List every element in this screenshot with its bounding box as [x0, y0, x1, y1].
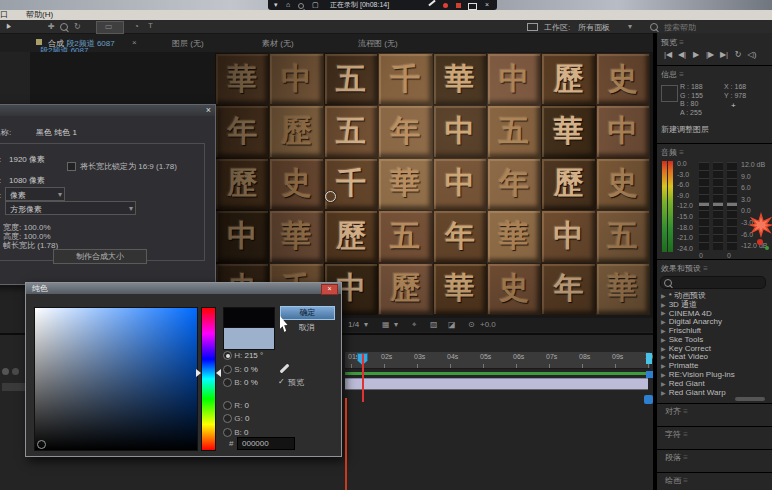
- timeline-ruler[interactable]: 01s02s03s04s05s06s07s08s09s10s: [345, 352, 650, 369]
- units-dropdown[interactable]: 像素 ▾: [5, 187, 65, 201]
- effects-category-row[interactable]: ▶Ske Tools: [659, 335, 769, 344]
- color-field-value[interactable]: 0: [243, 414, 250, 423]
- workspace-dropdown-icon[interactable]: ▾: [628, 22, 632, 32]
- solid-settings-titlebar[interactable]: ×: [0, 105, 215, 116]
- transport-button[interactable]: |◀: [661, 50, 675, 59]
- stop-square-icon[interactable]: [456, 3, 461, 8]
- effects-search-box[interactable]: [660, 276, 766, 289]
- color-field-radio[interactable]: [223, 351, 232, 360]
- tab-audio[interactable]: 音频 ≡: [661, 147, 684, 158]
- workspace-value[interactable]: 所有面板: [578, 22, 610, 33]
- grid-dropdown-icon[interactable]: ▾: [394, 318, 398, 332]
- timeline-switch-icon[interactable]: [12, 368, 19, 375]
- effects-category-row[interactable]: ▶Neat Video: [659, 353, 769, 362]
- color-field-radio[interactable]: [223, 401, 232, 410]
- preview-checkbox[interactable]: ✓: [278, 377, 285, 386]
- tab-preview[interactable]: 预览 ≡: [661, 37, 684, 48]
- zoom-ratio-value[interactable]: 1/4: [348, 318, 359, 332]
- expand-triangle-icon[interactable]: ▶: [661, 371, 666, 378]
- par-dropdown[interactable]: 方形像素 ▾: [5, 201, 136, 215]
- expand-triangle-icon[interactable]: ▶: [661, 309, 666, 316]
- nav-marker[interactable]: [646, 371, 653, 378]
- menu-item-window[interactable]: 窗口: [0, 10, 8, 20]
- hand-tool-icon[interactable]: ✚: [48, 22, 55, 32]
- color-field-value[interactable]: 215 °: [242, 351, 263, 360]
- nav-marker-lower[interactable]: [644, 395, 653, 404]
- hue-strip[interactable]: [201, 307, 216, 451]
- layer-anchor-point[interactable]: [325, 191, 336, 202]
- expand-triangle-icon[interactable]: ▶: [661, 362, 666, 369]
- transport-button[interactable]: ▶: [689, 50, 703, 59]
- zoom-tool-icon[interactable]: [60, 23, 68, 34]
- color-field-value[interactable]: 0: [242, 428, 249, 437]
- grid-guides-icon[interactable]: ▦: [382, 318, 390, 332]
- width-value[interactable]: 1920 像素: [9, 154, 45, 165]
- lock-aspect-checkbox[interactable]: [67, 162, 76, 171]
- effects-category-row[interactable]: ▶Red Giant: [659, 379, 769, 388]
- chevron-down-icon[interactable]: ▾: [274, 0, 278, 10]
- exposure-icon[interactable]: ⊙: [468, 318, 475, 332]
- transport-button[interactable]: ▶|: [717, 50, 731, 59]
- color-field-row[interactable]: R: 0: [223, 401, 303, 415]
- transport-button[interactable]: ↻: [731, 50, 745, 59]
- hue-slider-right-arrow[interactable]: [216, 369, 221, 377]
- text-tool-icon[interactable]: T: [148, 21, 153, 31]
- zoom-dropdown-icon[interactable]: ▾: [364, 318, 368, 332]
- color-field-row[interactable]: G: 0: [223, 414, 303, 428]
- camera-view-icon[interactable]: ◪: [448, 318, 456, 332]
- timeline-switch-icon[interactable]: [2, 368, 9, 375]
- solid-settings-close-icon[interactable]: ×: [206, 105, 211, 116]
- name-value[interactable]: 黑色 纯色 1: [36, 127, 77, 138]
- audio-slider-left[interactable]: [699, 162, 709, 250]
- selection-tool-icon[interactable]: ▲: [2, 20, 13, 32]
- pen-icon[interactable]: [428, 0, 435, 6]
- color-field-value[interactable]: 0 %: [242, 365, 258, 374]
- make-comp-size-button[interactable]: 制作合成大小: [53, 249, 147, 264]
- effects-category-row[interactable]: ▶Frischluft: [659, 326, 769, 335]
- color-picker-titlebar[interactable]: 纯色 ×: [26, 283, 341, 294]
- tab-effects-presets[interactable]: 效果和预设 ≡: [661, 263, 708, 274]
- effects-category-row[interactable]: ▶Key Correct: [659, 344, 769, 353]
- audio-slider-mid[interactable]: [713, 162, 723, 250]
- frame-icon[interactable]: ▢: [312, 0, 319, 10]
- tab-flowchart[interactable]: 流程图 (无): [358, 38, 398, 49]
- color-picker-close-button[interactable]: ×: [321, 284, 338, 295]
- effects-scrollbar[interactable]: [735, 397, 765, 401]
- expand-triangle-icon[interactable]: ▶: [661, 345, 666, 352]
- active-tool-box[interactable]: ▭: [96, 21, 124, 34]
- camera-icon[interactable]: [468, 3, 477, 10]
- hex-input[interactable]: 000000: [237, 437, 295, 450]
- color-field-value[interactable]: 0: [242, 401, 249, 410]
- cancel-button[interactable]: 取消: [280, 322, 333, 334]
- expand-triangle-icon[interactable]: ▶: [661, 327, 666, 334]
- current-time-indicator-line[interactable]: [362, 354, 364, 402]
- hue-slider-left-arrow[interactable]: [196, 369, 201, 377]
- tab-info[interactable]: 信息 ≡: [661, 69, 684, 80]
- help-search-input[interactable]: 搜索帮助: [664, 22, 696, 33]
- rotate-tool-icon[interactable]: ↻: [74, 22, 81, 32]
- expand-triangle-icon[interactable]: ▶: [661, 380, 666, 387]
- expand-triangle-icon[interactable]: ▶: [661, 353, 666, 360]
- color-field-radio[interactable]: [223, 378, 232, 387]
- effects-category-row[interactable]: ▶Digital Anarchy: [659, 317, 769, 326]
- color-field-radio[interactable]: [223, 365, 232, 374]
- collapsed-panel-header[interactable]: 绘画 ≡: [657, 472, 772, 489]
- expand-triangle-icon[interactable]: ▶: [661, 318, 666, 325]
- collapsed-panel-header[interactable]: 对齐 ≡: [657, 403, 772, 420]
- effects-category-row[interactable]: ▶3D 通道: [659, 300, 769, 309]
- slider-knob[interactable]: [699, 203, 709, 206]
- eyedropper-button[interactable]: [276, 361, 292, 377]
- layer-duration-bar[interactable]: [345, 378, 648, 390]
- color-field-radio[interactable]: [223, 414, 232, 423]
- effects-category-row[interactable]: ▶Primatte: [659, 361, 769, 370]
- effects-category-row[interactable]: ▶Red Giant Warp: [659, 388, 769, 397]
- collapsed-panel-header[interactable]: 字符 ≡: [657, 426, 772, 443]
- close-icon[interactable]: ×: [485, 0, 489, 10]
- pen-tool-icon[interactable]: ◔: [134, 22, 139, 32]
- expand-triangle-icon[interactable]: ▶: [661, 292, 666, 299]
- slider-knob[interactable]: [713, 203, 723, 206]
- comp-tab-close-icon[interactable]: ×: [132, 38, 137, 47]
- home-icon[interactable]: ⌂: [286, 0, 290, 10]
- effects-category-row[interactable]: ▶CINEMA 4D: [659, 309, 769, 318]
- tab-layer[interactable]: 图层 (无): [172, 38, 204, 49]
